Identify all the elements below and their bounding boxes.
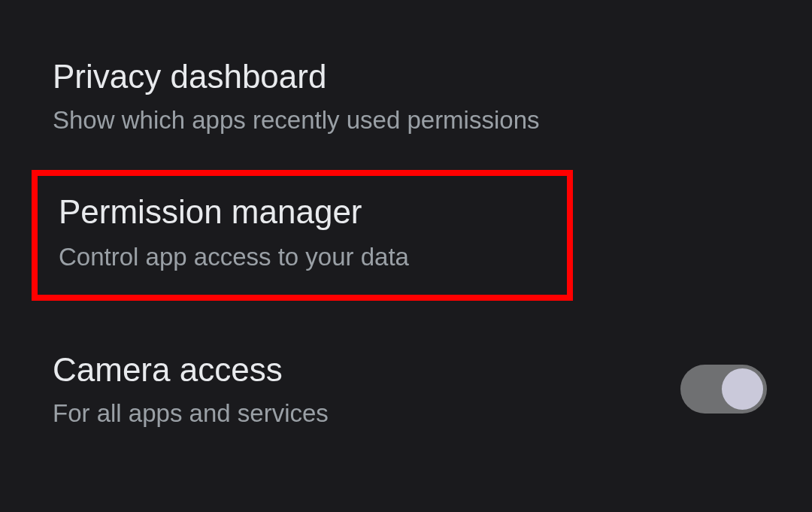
setting-text-block: Camera access For all apps and services [53, 349, 650, 430]
setting-subtitle: For all apps and services [53, 398, 650, 430]
setting-privacy-dashboard[interactable]: Privacy dashboard Show which apps recent… [0, 38, 812, 155]
setting-text-block: Privacy dashboard Show which apps recent… [53, 56, 759, 137]
setting-title: Privacy dashboard [53, 56, 759, 97]
camera-access-toggle[interactable] [680, 365, 767, 414]
toggle-knob [722, 368, 763, 410]
highlighted-permission-manager[interactable]: Permission manager Control app access to… [32, 170, 573, 301]
setting-camera-access[interactable]: Camera access For all apps and services [0, 316, 812, 448]
setting-subtitle: Show which apps recently used permission… [53, 105, 759, 137]
setting-text-block: Permission manager Control app access to… [59, 191, 546, 274]
privacy-settings-list: Privacy dashboard Show which apps recent… [0, 0, 812, 448]
setting-subtitle: Control app access to your data [59, 241, 546, 274]
setting-title: Camera access [53, 349, 650, 390]
setting-title: Permission manager [59, 191, 546, 232]
